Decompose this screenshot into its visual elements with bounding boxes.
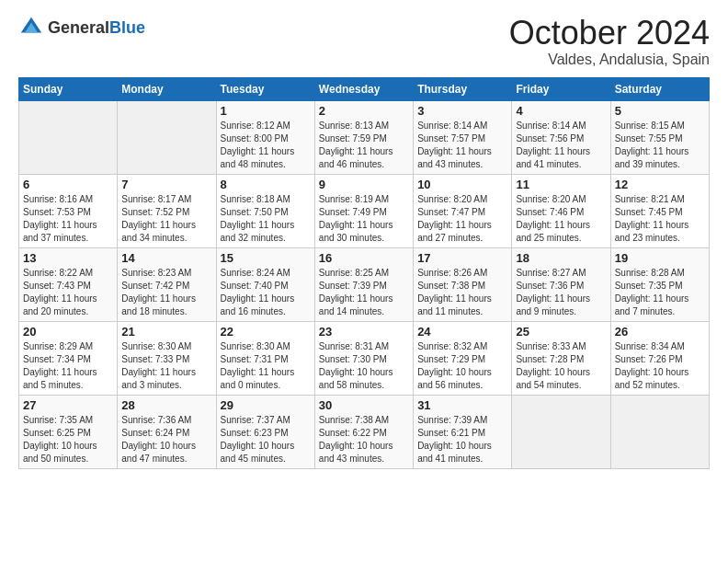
day-detail: Sunrise: 8:33 AMSunset: 7:28 PMDaylight:… (516, 340, 606, 392)
col-sunday: Sunday (19, 77, 118, 100)
day-number: 31 (417, 398, 507, 412)
calendar-cell: 20 Sunrise: 8:29 AMSunset: 7:34 PMDaylig… (19, 321, 118, 395)
day-detail: Sunrise: 8:31 AMSunset: 7:30 PMDaylight:… (319, 340, 409, 392)
day-detail: Sunrise: 7:35 AMSunset: 6:25 PMDaylight:… (23, 414, 113, 465)
day-number: 20 (23, 325, 113, 339)
day-number: 10 (417, 178, 507, 191)
col-thursday: Thursday (414, 77, 512, 100)
day-number: 16 (319, 251, 409, 265)
day-number: 5 (615, 104, 705, 118)
calendar-cell: 18 Sunrise: 8:27 AMSunset: 7:36 PMDaylig… (512, 247, 610, 321)
calendar-cell (118, 100, 216, 174)
calendar-cell: 3 Sunrise: 8:14 AMSunset: 7:57 PMDayligh… (414, 100, 512, 174)
day-number: 19 (615, 251, 705, 265)
logo-text: GeneralBlue (48, 18, 145, 38)
day-number: 26 (615, 325, 705, 339)
calendar-cell: 19 Sunrise: 8:28 AMSunset: 7:35 PMDaylig… (610, 247, 709, 321)
day-number: 11 (516, 178, 606, 191)
day-detail: Sunrise: 8:19 AMSunset: 7:49 PMDaylight:… (319, 193, 409, 245)
logo-icon (18, 15, 44, 40)
day-number: 27 (23, 398, 113, 412)
logo-general: General (48, 18, 109, 37)
day-number: 18 (516, 251, 606, 265)
day-detail: Sunrise: 8:34 AMSunset: 7:26 PMDaylight:… (615, 340, 705, 392)
calendar-cell: 30 Sunrise: 7:38 AMSunset: 6:22 PMDaylig… (314, 395, 413, 468)
day-number: 1 (221, 104, 311, 118)
day-number: 24 (417, 325, 507, 339)
col-monday: Monday (118, 77, 216, 100)
calendar-cell: 6 Sunrise: 8:16 AMSunset: 7:53 PMDayligh… (19, 174, 118, 247)
calendar-cell: 27 Sunrise: 7:35 AMSunset: 6:25 PMDaylig… (19, 395, 118, 468)
calendar-week-row: 27 Sunrise: 7:35 AMSunset: 6:25 PMDaylig… (19, 395, 710, 468)
day-detail: Sunrise: 8:13 AMSunset: 7:59 PMDaylight:… (319, 120, 409, 171)
day-number: 22 (221, 325, 311, 339)
day-detail: Sunrise: 8:20 AMSunset: 7:47 PMDaylight:… (417, 193, 507, 245)
calendar-cell (512, 395, 610, 468)
month-title: October 2024 (509, 15, 710, 52)
day-detail: Sunrise: 7:37 AMSunset: 6:23 PMDaylight:… (221, 414, 311, 465)
day-detail: Sunrise: 8:12 AMSunset: 8:00 PMDaylight:… (221, 120, 311, 171)
day-detail: Sunrise: 8:23 AMSunset: 7:42 PMDaylight:… (121, 267, 211, 318)
day-detail: Sunrise: 8:24 AMSunset: 7:40 PMDaylight:… (221, 267, 311, 318)
day-detail: Sunrise: 8:16 AMSunset: 7:53 PMDaylight:… (23, 193, 113, 245)
calendar-cell: 14 Sunrise: 8:23 AMSunset: 7:42 PMDaylig… (118, 247, 216, 321)
day-detail: Sunrise: 8:17 AMSunset: 7:52 PMDaylight:… (121, 193, 211, 245)
day-number: 12 (615, 178, 705, 191)
logo: GeneralBlue (18, 15, 145, 40)
header: GeneralBlue October 2024 Valdes, Andalus… (18, 15, 710, 68)
day-detail: Sunrise: 8:28 AMSunset: 7:35 PMDaylight:… (615, 267, 705, 318)
calendar-cell: 21 Sunrise: 8:30 AMSunset: 7:33 PMDaylig… (118, 321, 216, 395)
calendar-cell: 26 Sunrise: 8:34 AMSunset: 7:26 PMDaylig… (610, 321, 709, 395)
calendar-cell: 22 Sunrise: 8:30 AMSunset: 7:31 PMDaylig… (216, 321, 314, 395)
col-friday: Friday (512, 77, 610, 100)
page-container: GeneralBlue October 2024 Valdes, Andalus… (0, 0, 728, 478)
calendar-cell: 2 Sunrise: 8:13 AMSunset: 7:59 PMDayligh… (314, 100, 413, 174)
day-number: 2 (319, 104, 409, 118)
calendar-cell: 11 Sunrise: 8:20 AMSunset: 7:46 PMDaylig… (512, 174, 610, 247)
day-number: 29 (221, 398, 311, 412)
calendar-cell: 16 Sunrise: 8:25 AMSunset: 7:39 PMDaylig… (314, 247, 413, 321)
day-detail: Sunrise: 8:25 AMSunset: 7:39 PMDaylight:… (319, 267, 409, 318)
day-number: 9 (319, 178, 409, 191)
calendar-cell: 29 Sunrise: 7:37 AMSunset: 6:23 PMDaylig… (216, 395, 314, 468)
day-detail: Sunrise: 8:20 AMSunset: 7:46 PMDaylight:… (516, 193, 606, 245)
calendar-week-row: 1 Sunrise: 8:12 AMSunset: 8:00 PMDayligh… (19, 100, 710, 174)
calendar-cell: 13 Sunrise: 8:22 AMSunset: 7:43 PMDaylig… (19, 247, 118, 321)
title-block: October 2024 Valdes, Andalusia, Spain (509, 15, 710, 68)
calendar-cell: 12 Sunrise: 8:21 AMSunset: 7:45 PMDaylig… (610, 174, 709, 247)
day-detail: Sunrise: 8:14 AMSunset: 7:57 PMDaylight:… (417, 120, 507, 171)
day-detail: Sunrise: 8:15 AMSunset: 7:55 PMDaylight:… (615, 120, 705, 171)
location-title: Valdes, Andalusia, Spain (509, 52, 710, 68)
day-number: 25 (516, 325, 606, 339)
calendar-cell: 23 Sunrise: 8:31 AMSunset: 7:30 PMDaylig… (314, 321, 413, 395)
calendar-week-row: 20 Sunrise: 8:29 AMSunset: 7:34 PMDaylig… (19, 321, 710, 395)
day-detail: Sunrise: 8:30 AMSunset: 7:33 PMDaylight:… (121, 340, 211, 392)
calendar-week-row: 6 Sunrise: 8:16 AMSunset: 7:53 PMDayligh… (19, 174, 710, 247)
col-saturday: Saturday (610, 77, 709, 100)
day-number: 21 (121, 325, 211, 339)
day-detail: Sunrise: 7:36 AMSunset: 6:24 PMDaylight:… (121, 414, 211, 465)
day-number: 23 (319, 325, 409, 339)
day-detail: Sunrise: 8:14 AMSunset: 7:56 PMDaylight:… (516, 120, 606, 171)
day-number: 30 (319, 398, 409, 412)
day-detail: Sunrise: 8:22 AMSunset: 7:43 PMDaylight:… (23, 267, 113, 318)
day-number: 8 (221, 178, 311, 191)
col-tuesday: Tuesday (216, 77, 314, 100)
calendar-cell: 25 Sunrise: 8:33 AMSunset: 7:28 PMDaylig… (512, 321, 610, 395)
calendar-cell: 10 Sunrise: 8:20 AMSunset: 7:47 PMDaylig… (414, 174, 512, 247)
calendar-table: Sunday Monday Tuesday Wednesday Thursday… (18, 77, 710, 469)
calendar-week-row: 13 Sunrise: 8:22 AMSunset: 7:43 PMDaylig… (19, 247, 710, 321)
calendar-cell (610, 395, 709, 468)
day-number: 17 (417, 251, 507, 265)
day-number: 3 (417, 104, 507, 118)
day-number: 6 (23, 178, 113, 191)
calendar-cell: 4 Sunrise: 8:14 AMSunset: 7:56 PMDayligh… (512, 100, 610, 174)
day-detail: Sunrise: 8:18 AMSunset: 7:50 PMDaylight:… (221, 193, 311, 245)
day-number: 13 (23, 251, 113, 265)
day-number: 15 (221, 251, 311, 265)
calendar-cell (19, 100, 118, 174)
day-detail: Sunrise: 7:38 AMSunset: 6:22 PMDaylight:… (319, 414, 409, 465)
day-number: 28 (121, 398, 211, 412)
col-wednesday: Wednesday (314, 77, 413, 100)
day-number: 14 (121, 251, 211, 265)
